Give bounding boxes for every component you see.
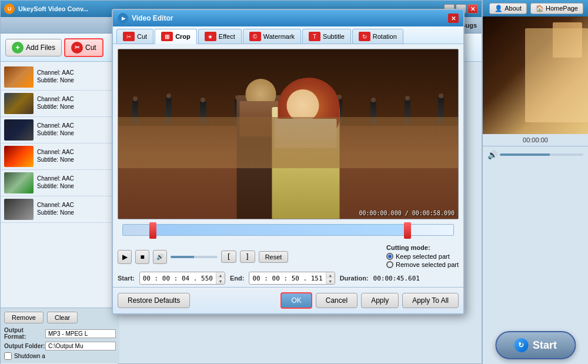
duration-label: Duration: bbox=[340, 275, 369, 282]
tab-effect-label: Effect bbox=[219, 33, 235, 40]
output-settings: Remove Clear Output Format: MP3 - MPEG L… bbox=[1, 308, 119, 363]
rotation-tab-icon: ↻ bbox=[359, 32, 370, 41]
output-format-value: MP3 - MPEG L bbox=[45, 329, 116, 338]
cancel-button[interactable]: Cancel bbox=[316, 293, 358, 308]
end-time-up[interactable]: ▲ bbox=[326, 272, 335, 278]
output-format-label: Output Format: bbox=[4, 327, 45, 340]
apply-to-all-button[interactable]: Apply To All bbox=[402, 293, 459, 308]
remove-selected-option[interactable]: Remove selected part bbox=[386, 261, 459, 268]
play-icon: ▶ bbox=[122, 253, 128, 261]
cut-button[interactable]: ✂ Cut bbox=[64, 38, 103, 57]
right-preview bbox=[483, 16, 588, 134]
bracket-right-button[interactable]: ] bbox=[240, 251, 255, 263]
apply-button[interactable]: Apply bbox=[361, 293, 399, 308]
clear-button[interactable]: Clear bbox=[47, 312, 78, 323]
start-label: Start bbox=[533, 339, 557, 352]
cutting-mode-title: Cutting mode: bbox=[386, 244, 459, 251]
start-time-value: 00 : 00 : 04 . 550 bbox=[140, 273, 216, 283]
end-time-value: 00 : 00 : 50 . 151 bbox=[249, 273, 325, 283]
end-time-spinners: ▲ ▼ bbox=[326, 272, 335, 284]
editor-titlebar: Video Editor ✕ bbox=[113, 10, 463, 26]
volume-button[interactable]: 🔊 bbox=[153, 250, 167, 264]
stop-icon: ■ bbox=[140, 253, 144, 261]
end-time-input[interactable]: 00 : 00 : 50 . 151 ▲ ▼ bbox=[249, 272, 335, 285]
reset-button[interactable]: Reset bbox=[259, 251, 289, 263]
end-time-down[interactable]: ▼ bbox=[326, 278, 335, 284]
keep-selected-option[interactable]: Keep selected part bbox=[386, 253, 459, 260]
list-item[interactable]: Channel: AAC Subtitle: None bbox=[1, 64, 118, 91]
about-icon: 👤 bbox=[495, 5, 503, 12]
editor-tabs: ✂ Cut ⊞ Crop ★ Effect © Watermark T Subt… bbox=[113, 26, 463, 44]
start-time-up[interactable]: ▲ bbox=[216, 272, 225, 278]
play-button[interactable]: ▶ bbox=[118, 250, 132, 264]
preview-highlight bbox=[553, 22, 582, 58]
remove-radio-button[interactable] bbox=[386, 261, 393, 268]
homepage-button[interactable]: 🏠 HomePage bbox=[530, 3, 583, 14]
file-thumbnail bbox=[4, 66, 34, 88]
bracket-left-button[interactable]: [ bbox=[221, 251, 236, 263]
tab-crop[interactable]: ⊞ Crop bbox=[155, 29, 197, 44]
timeline-container: ↓ ↓ bbox=[118, 224, 459, 242]
playback-row: ▶ ■ 🔊 [ ] Reset Cutting mode: Keep selec… bbox=[118, 244, 459, 269]
about-label: About bbox=[505, 5, 522, 12]
add-icon: + bbox=[12, 42, 24, 54]
file-thumbnail bbox=[4, 146, 34, 167]
timeline[interactable] bbox=[122, 224, 454, 236]
editor-close-button[interactable]: ✕ bbox=[448, 14, 459, 23]
add-files-label: Add Files bbox=[26, 44, 55, 52]
close-button[interactable]: ✕ bbox=[467, 4, 478, 14]
tab-watermark[interactable]: © Watermark bbox=[243, 29, 301, 44]
tab-crop-label: Crop bbox=[175, 33, 191, 40]
subtitle-tab-icon: T bbox=[309, 32, 320, 41]
progress-slider[interactable] bbox=[171, 256, 218, 258]
right-panel: 👤 About 🏠 HomePage 00:00:00 🔊 ↻ Start bbox=[482, 0, 588, 364]
output-folder-value: C:\Output Mu bbox=[45, 342, 116, 350]
file-info: Channel: AAC Subtitle: None bbox=[37, 122, 74, 138]
right-timecode: 00:00:00 bbox=[483, 134, 588, 146]
output-folder-label: Output Folder: bbox=[4, 343, 45, 349]
stop-button[interactable]: ■ bbox=[135, 250, 149, 264]
crop-tab-icon: ⊞ bbox=[161, 32, 173, 41]
start-time-input[interactable]: 00 : 00 : 04 . 550 ▲ ▼ bbox=[139, 272, 225, 285]
start-time-spinners: ▲ ▼ bbox=[216, 272, 225, 284]
start-time-down[interactable]: ▼ bbox=[216, 278, 225, 284]
list-action-buttons: Remove Clear bbox=[4, 312, 116, 323]
tab-subtitle-label: Subtitle bbox=[323, 33, 345, 40]
preview-scene bbox=[483, 16, 588, 134]
file-info: Channel: AAC Subtitle: None bbox=[37, 149, 74, 164]
tab-cut[interactable]: ✂ Cut bbox=[116, 29, 153, 44]
list-item[interactable]: Channel: AAC Subtitle: None bbox=[1, 117, 118, 143]
cutting-mode: Cutting mode: Keep selected part Remove … bbox=[386, 244, 459, 269]
timeline-handle-end[interactable] bbox=[404, 222, 411, 239]
watermark-tab-icon: © bbox=[249, 32, 261, 41]
file-info: Channel: AAC Subtitle: None bbox=[37, 175, 74, 191]
add-files-button[interactable]: + Add Files bbox=[5, 39, 62, 56]
restore-defaults-button[interactable]: Restore Defaults bbox=[118, 293, 190, 308]
file-thumbnail bbox=[4, 172, 34, 193]
tab-subtitle[interactable]: T Subtitle bbox=[302, 29, 351, 44]
tab-rotation[interactable]: ↻ Rotation bbox=[352, 29, 403, 44]
start-button[interactable]: ↻ Start bbox=[495, 331, 576, 359]
volume-slider[interactable] bbox=[500, 153, 583, 156]
editor-title-icon bbox=[118, 13, 128, 24]
end-label: End: bbox=[230, 275, 244, 282]
keep-radio-button[interactable] bbox=[386, 253, 393, 260]
file-thumbnail bbox=[4, 93, 34, 114]
shutdown-checkbox[interactable] bbox=[4, 352, 12, 360]
video-editor-dialog: Video Editor ✕ ✂ Cut ⊞ Crop ★ Effect © W… bbox=[112, 9, 465, 315]
list-item[interactable]: Channel: AAC Subtitle: None bbox=[1, 196, 118, 223]
volume-icon: 🔊 bbox=[487, 150, 497, 159]
ok-button[interactable]: OK bbox=[280, 292, 312, 309]
timeline-handle-start[interactable] bbox=[149, 222, 156, 239]
about-button[interactable]: 👤 About bbox=[489, 3, 527, 14]
list-item[interactable]: Channel: AAC Subtitle: None bbox=[1, 91, 118, 117]
tab-effect[interactable]: ★ Effect bbox=[198, 29, 242, 44]
list-item[interactable]: Channel: AAC Subtitle: None bbox=[1, 170, 118, 196]
editor-bottom-buttons: Restore Defaults OK Cancel Apply Apply T… bbox=[113, 287, 463, 313]
remove-button[interactable]: Remove bbox=[4, 312, 44, 323]
output-format-row: Output Format: MP3 - MPEG L bbox=[4, 327, 116, 340]
video-preview-area: 00:00:00.000 / 00:00:58.090 bbox=[118, 49, 459, 219]
list-item[interactable]: Channel: AAC Subtitle: None bbox=[1, 143, 118, 170]
shutdown-row: Shutdown a bbox=[4, 352, 116, 360]
file-info: Channel: AAC Subtitle: None bbox=[37, 69, 74, 85]
